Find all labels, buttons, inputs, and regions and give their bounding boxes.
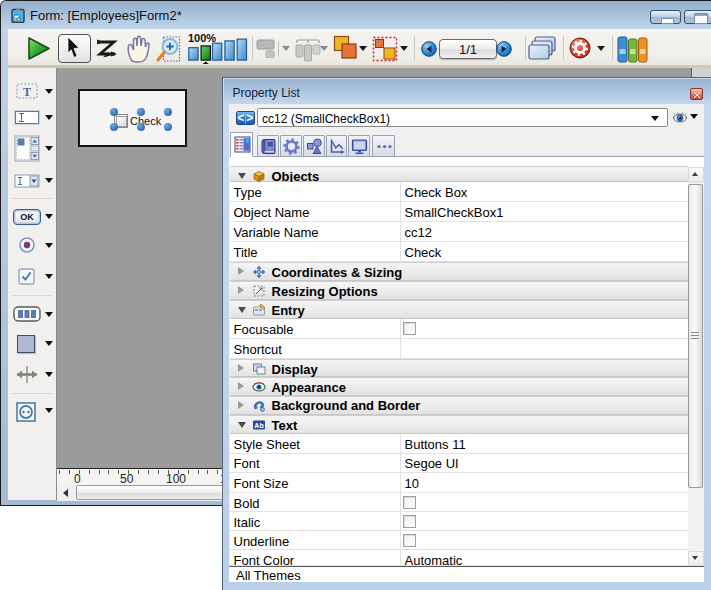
svg-text:Ab: Ab (254, 422, 263, 429)
svg-text:T: T (23, 85, 31, 99)
